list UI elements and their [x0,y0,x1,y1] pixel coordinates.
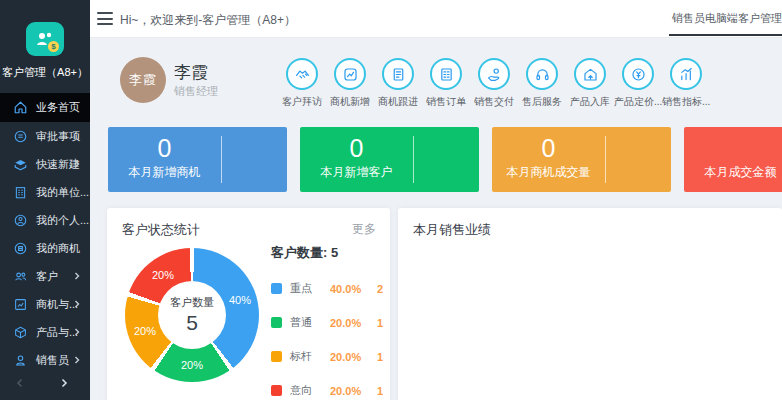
menu-icon[interactable] [97,12,113,25]
stat-label: 本月成交金额 [684,164,782,181]
card-divider [413,136,414,183]
legend-swatch [271,317,282,328]
stat-label: 本月新增客户 [300,164,413,181]
slice-label: 40% [229,294,251,306]
chevron-right-icon [73,160,81,168]
card-divider [221,136,222,183]
chevron-right-icon [73,328,81,336]
sidebar-item-approvals[interactable]: 审批事项 [0,122,90,150]
legend-swatch [271,385,282,396]
sidebar-item-quick-create[interactable]: 快速新建 [0,150,90,178]
quick-action-sales-order[interactable]: 销售订单 [422,58,470,109]
stat-value: 0 [300,134,413,163]
quick-action-opportunity-follow[interactable]: 商机跟进 [374,58,422,109]
approval-list-icon [13,129,28,144]
handshake-icon [286,58,318,90]
nav-next-icon[interactable] [59,378,69,388]
legend-item-normal: 普通 20.0% 1 [271,315,383,330]
sidebar-item-my-org[interactable]: 我的单位... [0,178,90,206]
app-title: 客户管理（A8+） [0,65,90,80]
chart-square-icon [13,297,28,312]
customer-status-donut-chart[interactable]: 客户数量 5 40% 20% 20% 20% [125,248,259,382]
donut-center: 客户数量 5 [158,281,226,349]
app-logo-icon: $ [26,22,64,56]
quick-action-after-sales[interactable]: 售后服务 [518,58,566,109]
chevron-right-icon [73,356,81,364]
chevron-right-icon [73,300,81,308]
greeting-text: Hi~，欢迎来到-客户管理（A8+） [120,12,296,29]
card-divider [605,136,606,183]
order-checklist-icon [430,58,462,90]
panels-row: 客户状态统计 更多 客户数量 5 40% 20% 20% 20% 客户数量: 5 [107,208,782,400]
stat-value: 0 [492,134,605,163]
sidebar-item-my-personal[interactable]: 我的个人... [0,206,90,234]
legend-swatch [271,351,282,362]
stat-label: 本月商机成交量 [492,164,605,181]
slice-label: 20% [152,269,174,281]
sidebar-item-customers[interactable]: 客户 [0,262,90,290]
quick-action-product-inbound[interactable]: 产品入库 [566,58,614,109]
app-logo: $ 客户管理（A8+） [0,0,90,80]
salesperson-icon [13,353,28,368]
currency-badge-icon: $ [48,41,59,52]
slice-label: 20% [134,325,156,337]
warehouse-icon [574,58,606,90]
chart-legend: 客户数量: 5 重点 40.0% 2 普通 20.0% 1 [271,244,383,398]
crm-dashboard: $ 客户管理（A8+） 业务首页 审批事项 快速新建 我的单位... [0,0,782,400]
stat-label: 本月新增商机 [108,164,221,181]
quick-action-product-pricing[interactable]: 产品定价... [614,58,662,109]
avatar: 李霞 [120,57,166,103]
slice-label: 20% [181,359,203,371]
sidebar-item-product-mgmt[interactable]: 产品与... [0,318,90,346]
sidebar: $ 客户管理（A8+） 业务首页 审批事项 快速新建 我的单位... [0,0,90,400]
legend-item-benchmark: 标杆 20.0% 1 [271,349,383,364]
stat-card-deal-amount: 本月成交金额 [684,127,782,192]
cube-icon [13,325,28,340]
sidebar-item-opportunity-mgmt[interactable]: 商机与... [0,290,90,318]
legend-swatch [271,283,282,294]
sidebar-item-salespeople[interactable]: 销售员 [0,346,90,374]
legend-item-intent: 意向 20.0% 1 [271,383,383,398]
hand-coin-icon [478,58,510,90]
stat-value [684,134,782,163]
document-icon [382,58,414,90]
nav-prev-icon[interactable] [15,378,25,388]
legend-item-key: 重点 40.0% 2 [271,281,383,296]
stat-card-new-customers: 0 本月新增客户 [300,127,479,192]
legend-header: 客户数量: 5 [271,244,383,262]
quick-actions: 客户拜访 商机新增 商机跟进 销售订单 销售交付 售后服务 [278,58,710,109]
top-tab-sales-pc-client[interactable]: 销售员电脑端客户管理 [669,11,782,36]
user-role: 销售经理 [174,84,218,99]
box-icon [13,157,28,172]
stat-card-deals-closed: 0 本月商机成交量 [492,127,671,192]
stat-value: 0 [108,134,221,163]
sidebar-item-my-opportunities[interactable]: 我的商机 [0,234,90,262]
sidebar-item-business-home[interactable]: 业务首页 [0,93,90,122]
quick-action-sales-delivery[interactable]: 销售交付 [470,58,518,109]
trend-chart-icon [334,58,366,90]
quick-action-sales-target[interactable]: 销售指标... [662,58,710,109]
panel-title: 客户状态统计 [122,221,200,239]
quick-action-opportunity-new[interactable]: 商机新增 [326,58,374,109]
quick-action-customer-visit[interactable]: 客户拜访 [278,58,326,109]
stat-card-new-opportunities: 0 本月新增商机 [108,127,287,192]
stat-cards: 0 本月新增商机 0 本月新增客户 0 本月商机成交量 本月成交金额 [108,127,782,192]
customer-status-panel: 客户状态统计 更多 客户数量 5 40% 20% 20% 20% 客户数量: 5 [107,208,390,400]
pricing-icon [622,58,654,90]
monthly-sales-panel: 本月销售业绩 [398,208,782,400]
person-circle-icon [13,213,28,228]
building-icon [13,185,28,200]
sidebar-nav: 业务首页 审批事项 快速新建 我的单位... 我的个人... 我的商机 [0,93,90,388]
panel-title: 本月销售业绩 [413,221,491,239]
sidebar-pager [0,378,90,388]
user-name: 李霞 [174,61,208,84]
more-link[interactable]: 更多 [352,221,376,238]
headset-icon [526,58,558,90]
home-icon [13,100,28,115]
opportunity-icon [13,241,28,256]
customers-icon [13,269,28,284]
topbar: Hi~，欢迎来到-客户管理（A8+） 销售员电脑端客户管理 [90,0,782,38]
chevron-right-icon [73,272,81,280]
bar-growth-icon [670,58,702,90]
main-content: 李霞 李霞 销售经理 客户拜访 商机新增 商机跟进 销售订单 销售交付 [90,38,782,400]
